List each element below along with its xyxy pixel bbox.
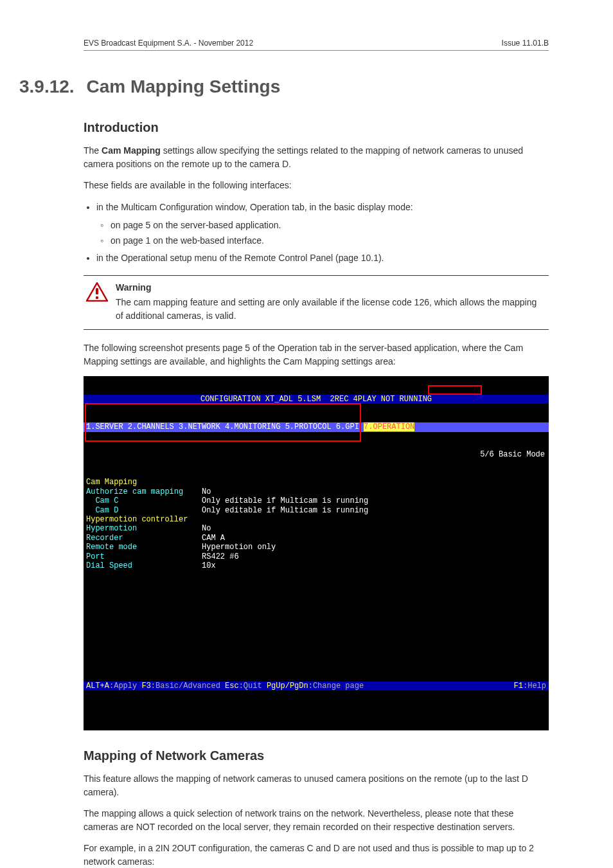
intro-list: in the Multicam Configuration window, Op… xyxy=(84,200,549,266)
terminal-footer: ALT+A:Apply F3:Basic/Advanced Esc:Quit P… xyxy=(84,682,549,691)
terminal-blank-area xyxy=(84,589,549,663)
warning-box: Warning The cam mapping feature and sett… xyxy=(84,275,549,330)
terminal-screenshot: CONFIGURATION XT_ADL 5.LSM 2REC 4PLAY NO… xyxy=(84,376,549,730)
intro-paragraph-2: These fields are available in the follow… xyxy=(84,179,549,192)
section-number: 3.9.12. xyxy=(19,77,84,97)
section-title: Cam Mapping Settings xyxy=(86,77,280,96)
netcam-p1: This feature allows the mapping of netwo… xyxy=(84,772,549,799)
svg-rect-1 xyxy=(96,288,98,294)
netcam-p2: The mapping allows a quick selection of … xyxy=(84,807,549,834)
terminal-body: Cam Mapping Authorize cam mapping No Cam… xyxy=(84,478,549,570)
highlight-box-tab xyxy=(428,385,482,395)
cam-mapping-term: Cam Mapping xyxy=(102,145,161,156)
list-item: in the Multicam Configuration window, Op… xyxy=(96,200,549,248)
netcam-heading: Mapping of Network Cameras xyxy=(84,748,549,763)
header-right: Issue 11.01.B xyxy=(502,39,549,48)
warning-icon xyxy=(86,282,108,302)
warning-title: Warning xyxy=(116,281,546,294)
list-item: in the Operational setup menu of the Rem… xyxy=(96,251,549,266)
terminal-tabs: 1.SERVER 2.CHANNELS 3.NETWORK 4.MONITORI… xyxy=(84,422,549,431)
section-heading: 3.9.12. Cam Mapping Settings xyxy=(84,77,549,97)
screenshot-pretext: The following screenshot presents page 5… xyxy=(84,341,549,368)
svg-point-2 xyxy=(96,296,98,299)
terminal-title: CONFIGURATION XT_ADL 5.LSM 2REC 4PLAY NO… xyxy=(84,395,549,404)
warning-text: The cam mapping feature and setting are … xyxy=(116,296,546,323)
intro-paragraph-1: The Cam Mapping settings allow specifyin… xyxy=(84,144,549,171)
netcam-p3: For example, in a 2IN 2OUT configuration… xyxy=(84,842,549,868)
intro-heading: Introduction xyxy=(84,120,549,135)
terminal-tab-active: 7.OPERATION xyxy=(364,422,414,431)
list-item: on page 5 on the server-based applicatio… xyxy=(111,218,549,233)
terminal-mode: 5/6 Basic Mode xyxy=(84,450,549,459)
list-item: on page 1 on the web-based interface. xyxy=(111,233,549,249)
page-header: EVS Broadcast Equipment S.A. - November … xyxy=(84,39,549,51)
header-left: EVS Broadcast Equipment S.A. - November … xyxy=(84,39,253,48)
